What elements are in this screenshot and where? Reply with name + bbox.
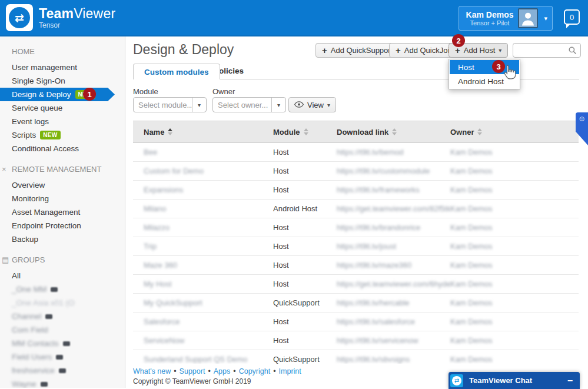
sidebar-item-group[interactable]: freshservice <box>0 364 125 377</box>
column-header-name[interactable]: Name <box>144 128 273 137</box>
module-name[interactable]: Maze 360 <box>144 261 273 270</box>
download-link[interactable]: https://t9tl.tv/brandonrice <box>337 223 450 232</box>
download-link[interactable]: https://t9tl.tv/joust <box>337 242 450 251</box>
download-link[interactable]: https://t9tl.tv/salesforce <box>337 317 450 326</box>
column-header-module[interactable]: Module <box>273 128 337 137</box>
module-name[interactable]: My Host <box>144 280 273 288</box>
module-type: Host <box>273 280 337 288</box>
eye-icon <box>294 101 304 109</box>
table-row[interactable]: My Host Host https://get.teamviewer.com/… <box>133 275 579 294</box>
user-menu[interactable]: Kam Demos Tensor + Pilot ▾ <box>459 6 553 31</box>
sidebar-item-group[interactable]: _One Asia x01 (O <box>0 296 125 310</box>
footer-link-support[interactable]: Support <box>180 367 205 375</box>
sidebar-item[interactable]: Asset Management <box>0 205 125 219</box>
download-link[interactable]: https://t9tl.tv/maze360 <box>337 261 450 270</box>
table-row[interactable]: Sunderland Support QS Demo QuickSupport … <box>133 350 579 365</box>
sidebar-item-user-management[interactable]: User management <box>0 61 125 74</box>
sidebar-item-conditional-access[interactable]: Conditional Access <box>0 142 125 155</box>
owner-filter-select[interactable]: Select owner... ▾ <box>212 97 286 112</box>
search-input[interactable] <box>513 46 568 55</box>
chevron-down-icon: ▾ <box>271 98 285 112</box>
module-name[interactable]: Bee <box>144 148 273 157</box>
view-button[interactable]: View ▾ <box>288 97 336 112</box>
module-type: QuickSupport <box>273 298 337 307</box>
module-name[interactable]: Milazzo <box>144 223 273 232</box>
add-quicksupport-button[interactable]: + Add QuickSupport <box>315 43 399 58</box>
download-link[interactable]: https://t9tl.tv/custommodule <box>337 167 450 175</box>
module-name[interactable]: Salesforce <box>144 317 273 326</box>
page-title: Design & Deploy <box>133 42 234 58</box>
sidebar-item-group[interactable]: Wayne <box>0 377 125 388</box>
sidebar-item-group-all[interactable]: All <box>0 269 125 282</box>
chat-notifications-icon[interactable]: 0 <box>564 9 580 25</box>
module-name[interactable]: My QuickSupport <box>144 298 273 307</box>
table-row[interactable]: My QuickSupport QuickSupport https://t9t… <box>133 294 579 312</box>
footer-link-whats-new[interactable]: What's new <box>133 367 171 375</box>
download-link[interactable]: https://t9tl.tv/frameworks <box>337 185 450 194</box>
sidebar-item-scripts[interactable]: Scripts NEW <box>0 128 125 142</box>
module-name[interactable]: Sunderland Support QS Demo <box>144 355 273 364</box>
sidebar-item[interactable]: Monitoring <box>0 192 125 205</box>
module-name[interactable]: Trip <box>144 242 273 251</box>
footer-link-imprint[interactable]: Imprint <box>279 367 301 375</box>
module-name[interactable]: Custom for Demo <box>144 167 273 175</box>
sidebar-item-group[interactable]: _One MM <box>0 282 125 296</box>
sidebar-item-service-queue[interactable]: Service queue <box>0 101 125 115</box>
module-owner: Kam Demos <box>450 280 579 288</box>
module-owner: Kam Demos <box>450 317 579 326</box>
chevron-down-icon: ▾ <box>192 98 206 112</box>
sidebar-item-group[interactable]: Field Users <box>0 350 125 364</box>
shared-group-icon <box>63 341 70 346</box>
download-link[interactable]: https://t9tl.tv/bemod <box>337 148 450 157</box>
sidebar-item-single-sign-on[interactable]: Single Sign-On <box>0 74 125 88</box>
table-row[interactable]: Milano Android Host https://get.teamview… <box>133 200 579 218</box>
download-link[interactable]: https://t9tl.tv/hercable <box>337 298 450 307</box>
teamviewer-management-console: ⇄ TeamViewer Tensor Kam Demos Tensor + P… <box>0 0 588 389</box>
minimize-chat-button[interactable]: − <box>567 378 573 384</box>
teamviewer-logo[interactable]: ⇄ <box>6 4 33 31</box>
chevron-down-icon: ▾ <box>544 15 547 22</box>
download-link[interactable]: https://get.teamviewer.com/6hyded <box>337 280 450 288</box>
teamviewer-chat-widget[interactable]: ⇄ TeamViewer Chat − <box>449 372 580 389</box>
table-row[interactable]: Milazzo Host https://t9tl.tv/brandonrice… <box>133 218 579 237</box>
sidebar-section-home: HOME <box>0 46 125 58</box>
column-header-download-link[interactable]: Download link <box>337 128 450 137</box>
brand-edition: Tensor <box>39 21 115 29</box>
sort-icon <box>392 128 397 135</box>
sidebar-item-group[interactable]: MM Contacts <box>0 337 125 350</box>
table-row[interactable]: Bee Host https://t9tl.tv/bemod Kam Demos <box>133 143 579 162</box>
footer-link-copyright[interactable]: Copyright <box>239 367 271 375</box>
sidebar-item-group[interactable]: Com Field <box>0 323 125 337</box>
sidebar-item-design-deploy[interactable]: Design & Deploy NEW 1 <box>0 88 115 101</box>
module-filter-select[interactable]: Select module... ▾ <box>133 97 207 112</box>
module-type: Host <box>273 261 337 270</box>
sidebar-item[interactable]: Endpoint Protection <box>0 219 125 232</box>
module-name[interactable]: Expansions <box>144 185 273 194</box>
sidebar-item-event-logs[interactable]: Event logs <box>0 115 125 128</box>
owner-filter-label: Owner <box>212 87 235 96</box>
search-icon[interactable] <box>568 46 577 55</box>
table-row[interactable]: Trip Host https://t9tl.tv/joust Kam Demo… <box>133 237 579 256</box>
module-name[interactable]: ServiceNow <box>144 336 273 345</box>
column-header-owner[interactable]: Owner <box>450 128 579 137</box>
sidebar-nav: HOME User management Single Sign-On Desi… <box>0 36 125 388</box>
module-name[interactable]: Milano <box>144 204 273 213</box>
table-row[interactable]: Maze 360 Host https://t9tl.tv/maze360 Ka… <box>133 256 579 275</box>
table-row[interactable]: Expansions Host https://t9tl.tv/framewor… <box>133 181 579 200</box>
module-type: QuickSupport <box>273 355 337 364</box>
sidebar-item[interactable]: Overview <box>0 178 125 192</box>
sort-icon <box>304 128 308 135</box>
table-row[interactable]: Custom for Demo Host https://t9tl.tv/cus… <box>133 162 579 181</box>
tab-custom-modules[interactable]: Custom modules <box>133 64 220 79</box>
footer-link-apps[interactable]: Apps <box>214 367 231 375</box>
download-link[interactable]: https://t9tl.tv/sbvsigns <box>337 355 450 364</box>
download-link[interactable]: https://t9tl.tv/servicenow <box>337 336 450 345</box>
table-row[interactable]: ServiceNow Host https://t9tl.tv/servicen… <box>133 331 579 350</box>
annotation-step-1-badge: 1 <box>83 88 96 101</box>
module-owner: Kam Demos <box>450 261 579 270</box>
table-row[interactable]: Salesforce Host https://t9tl.tv/salesfor… <box>133 312 579 331</box>
sidebar-item[interactable]: Backup <box>0 232 125 246</box>
download-link[interactable]: https://get.teamviewer.com/82f5tk <box>337 204 450 213</box>
sidebar-item-group[interactable]: Channel <box>0 310 125 323</box>
module-type: Host <box>273 242 337 251</box>
